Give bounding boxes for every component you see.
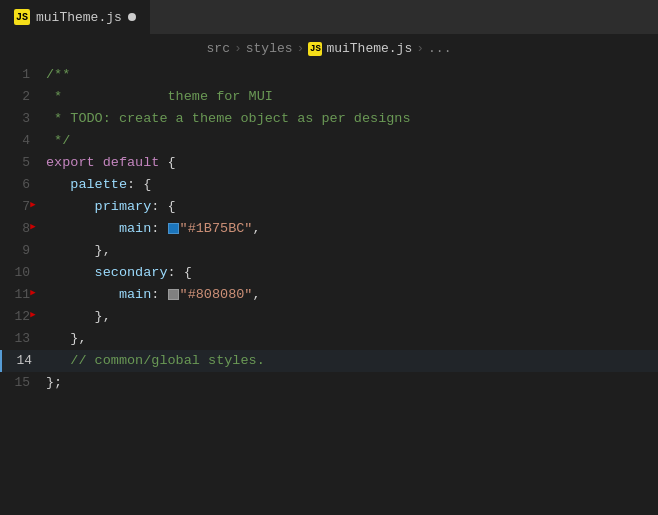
line-content-7: primary: { bbox=[46, 196, 658, 218]
line-content-5: export default { bbox=[46, 152, 658, 174]
collapse-arrow-11[interactable]: ▶ bbox=[28, 287, 38, 297]
line-10: 10 secondary: { bbox=[0, 262, 658, 284]
line-15: 15 }; bbox=[0, 372, 658, 394]
line-12: ▶ 12 }, bbox=[0, 306, 658, 328]
line-7: ▶ 7 primary: { bbox=[0, 196, 658, 218]
sep-1: › bbox=[234, 41, 242, 56]
line-6: 6 palette: { bbox=[0, 174, 658, 196]
line-num-8: 8 bbox=[0, 218, 46, 240]
line-content-9: }, bbox=[46, 240, 658, 262]
tab-bar: JS muiTheme.js bbox=[0, 0, 658, 35]
line-num-4: 4 bbox=[0, 130, 46, 152]
line-num-5: 5 bbox=[0, 152, 46, 174]
line-content-13: }, bbox=[46, 328, 658, 350]
line-num-14: 14 bbox=[0, 350, 46, 372]
code-editor: 1 /** 2 * theme for MUI 3 * TODO: create… bbox=[0, 62, 658, 394]
line-content-6: palette: { bbox=[46, 174, 658, 196]
line-content-8: main: "#1B75BC", bbox=[46, 218, 658, 240]
breadcrumb-js-icon: JS bbox=[308, 42, 322, 56]
collapse-arrow-7[interactable]: ▶ bbox=[28, 199, 38, 209]
line-num-15: 15 bbox=[0, 372, 46, 394]
line-4: 4 */ bbox=[0, 130, 658, 152]
breadcrumb-src: src bbox=[207, 41, 230, 56]
line-num-6: 6 bbox=[0, 174, 46, 196]
breadcrumb-filename: muiTheme.js bbox=[326, 41, 412, 56]
line-content-4: */ bbox=[46, 130, 658, 152]
line-num-7: 7 bbox=[0, 196, 46, 218]
sep-3: › bbox=[416, 41, 424, 56]
line-14: 14 // common/global styles. bbox=[0, 350, 658, 372]
line-content-3: * TODO: create a theme object as per des… bbox=[46, 108, 658, 130]
line-content-2: * theme for MUI bbox=[46, 86, 658, 108]
line-3: 3 * TODO: create a theme object as per d… bbox=[0, 108, 658, 130]
line-num-2: 2 bbox=[0, 86, 46, 108]
line-content-11: main: "#808080", bbox=[46, 284, 658, 306]
unsaved-indicator bbox=[128, 13, 136, 21]
line-content-12: }, bbox=[46, 306, 658, 328]
line-num-10: 10 bbox=[0, 262, 46, 284]
line-num-11: 11 bbox=[0, 284, 46, 306]
collapse-arrow-8[interactable]: ▶ bbox=[28, 221, 38, 231]
line-13: 13 }, bbox=[0, 328, 658, 350]
line-content-1: /** bbox=[46, 64, 658, 86]
line-5: 5 export default { bbox=[0, 152, 658, 174]
line-num-13: 13 bbox=[0, 328, 46, 350]
line-num-12: 12 bbox=[0, 306, 46, 328]
js-file-icon: JS bbox=[14, 9, 30, 25]
line-1: 1 /** bbox=[0, 64, 658, 86]
breadcrumb: src › styles › JS muiTheme.js › ... bbox=[0, 35, 658, 62]
tab-muitheме[interactable]: JS muiTheme.js bbox=[0, 0, 151, 34]
line-content-10: secondary: { bbox=[46, 262, 658, 284]
breadcrumb-styles: styles bbox=[246, 41, 293, 56]
line-num-3: 3 bbox=[0, 108, 46, 130]
line-content-15: }; bbox=[46, 372, 658, 394]
line-num-1: 1 bbox=[0, 64, 46, 86]
line-content-14: // common/global styles. bbox=[46, 350, 658, 372]
line-num-9: 9 bbox=[0, 240, 46, 262]
collapse-arrow-12[interactable]: ▶ bbox=[28, 309, 38, 319]
line-9: 9 }, bbox=[0, 240, 658, 262]
breadcrumb-ellipsis: ... bbox=[428, 41, 451, 56]
line-2: 2 * theme for MUI bbox=[0, 86, 658, 108]
tab-filename: muiTheme.js bbox=[36, 10, 122, 25]
line-8: ▶ 8 main: "#1B75BC", bbox=[0, 218, 658, 240]
sep-2: › bbox=[297, 41, 305, 56]
line-11: ▶ 11 main: "#808080", bbox=[0, 284, 658, 306]
